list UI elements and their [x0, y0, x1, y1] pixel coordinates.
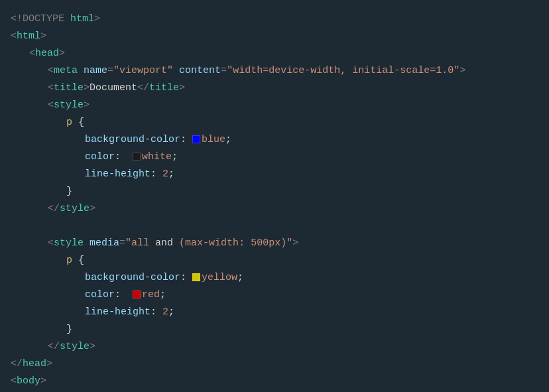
line-head-open: <head> — [0, 45, 549, 62]
line-style-open: <style> — [0, 97, 549, 114]
line-meta: <meta name="viewport" content="width=dev… — [0, 62, 549, 80]
line-brace-close: } — [0, 183, 549, 200]
line-style-close2: </style> — [0, 338, 549, 356]
line-html-open: <html> — [0, 28, 549, 45]
line-p-selector: p { — [0, 114, 549, 131]
line-brace-close2: } — [0, 321, 549, 338]
blue-swatch — [192, 135, 200, 143]
line-style-media-open: <style media="all and (max-width: 500px)… — [0, 235, 549, 252]
line-bg-blue: background-color: blue; — [0, 131, 549, 149]
line-style-close: </style> — [0, 200, 549, 218]
line-blank — [0, 218, 549, 235]
line-color-red: color: red; — [0, 287, 549, 304]
line-head-close: </head> — [0, 356, 549, 373]
doctype-text: <!DOCTYPE html> — [11, 11, 100, 27]
line-bg-yellow: background-color: yellow; — [0, 269, 549, 287]
code-editor: <!DOCTYPE html> <html> <head> <meta name… — [0, 7, 549, 392]
white-swatch — [133, 153, 141, 161]
yellow-swatch — [192, 273, 200, 281]
line-p-selector2: p { — [0, 252, 549, 269]
line-lineheight2: line-height: 2; — [0, 304, 549, 321]
line-lineheight: line-height: 2; — [0, 166, 549, 183]
line-color-white: color: white; — [0, 149, 549, 166]
red-swatch — [133, 291, 141, 298]
line-body-open: <body> — [0, 373, 549, 390]
line-doctype: <!DOCTYPE html> — [0, 11, 549, 28]
line-title: <title>Document</title> — [0, 80, 549, 97]
